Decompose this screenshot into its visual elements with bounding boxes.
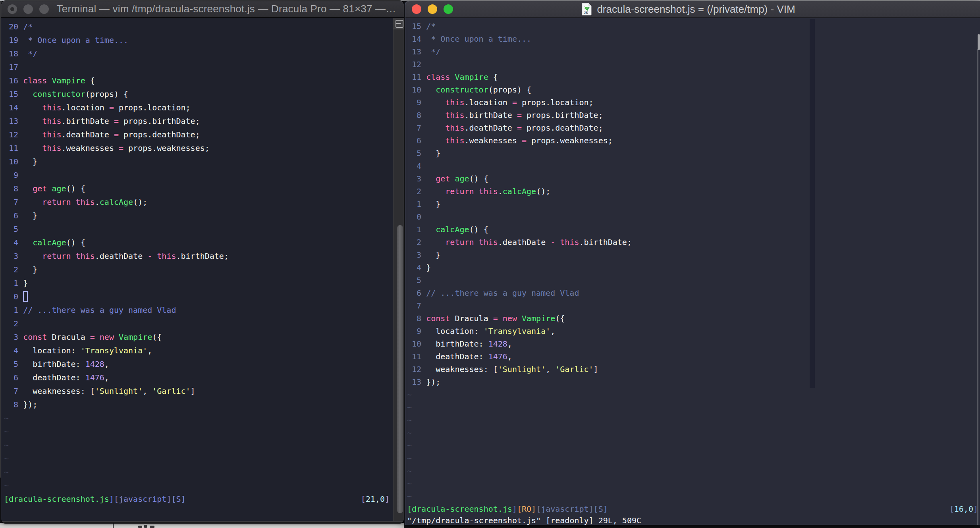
code-token: = — [522, 136, 527, 145]
code-token — [95, 332, 100, 342]
tilde-row: ~ — [4, 438, 404, 452]
code-token: calcAge — [33, 238, 66, 247]
code-token: Vampire — [52, 76, 85, 85]
code-token — [152, 251, 157, 261]
code-token — [426, 85, 436, 94]
statusline-token: ] — [512, 504, 517, 514]
code-token — [47, 76, 52, 85]
window-title: JS dracula-screenshot.js = (/private/tmp… — [405, 1, 971, 17]
code-token — [450, 174, 455, 183]
vim-buffer-right: 15/*14 * Once upon a time...13 */1211cla… — [405, 18, 980, 503]
code-token: (); — [536, 187, 550, 196]
code-token: = — [119, 143, 123, 153]
code-token — [23, 184, 33, 193]
split-pane-button[interactable] — [393, 18, 404, 29]
code-token: { — [85, 76, 95, 85]
macvim-titlebar[interactable]: JS dracula-screenshot.js = (/private/tmp… — [405, 1, 980, 18]
code-token — [23, 89, 33, 99]
code-token: Dracula — [47, 332, 90, 342]
line-number: 10 — [4, 155, 18, 168]
code-token: .birthDate — [61, 116, 114, 126]
code-token: , — [507, 352, 512, 361]
code-token: props.location; — [114, 103, 191, 112]
close-button[interactable] — [8, 4, 17, 14]
code-token — [23, 238, 33, 247]
code-token: = — [114, 130, 119, 139]
code-token: this — [42, 103, 61, 112]
code-token — [555, 237, 560, 247]
code-line: 13}); — [407, 376, 980, 388]
code-line: 9 this.location = props.location; — [407, 96, 980, 109]
code-line: 2 — [4, 317, 404, 330]
minimize-button[interactable] — [23, 4, 33, 14]
terminal-titlebar[interactable]: Terminal — vim /tmp/dracula-screenshot.j… — [1, 1, 404, 18]
scrollbar-track-edge — [977, 49, 978, 525]
code-token: // ...there was a guy named Vlad — [23, 305, 176, 315]
code-token: () { — [66, 238, 85, 247]
code-token: .deathDate — [498, 237, 550, 247]
line-number: 20 — [4, 20, 18, 33]
code-token — [71, 197, 76, 207]
code-line: 13 this.birthDate = props.birthDate; — [4, 114, 404, 128]
code-line: 9 location: 'Transylvania', — [407, 325, 980, 337]
code-token: birthDate: — [426, 339, 488, 349]
code-token: = — [493, 314, 498, 323]
line-number: 11 — [407, 71, 421, 83]
scrollbar-thumb-sliver[interactable] — [978, 34, 980, 50]
code-token: ({ — [555, 314, 565, 323]
code-token — [426, 225, 436, 234]
code-line: 5 birthDate: 1428, — [4, 357, 404, 371]
tilde: ~ — [407, 453, 412, 463]
tilde: ~ — [4, 440, 9, 450]
code-token: , — [147, 346, 152, 355]
line-number: 12 — [407, 363, 421, 376]
line-number: 18 — [4, 47, 18, 60]
code-line: 17 — [4, 60, 404, 74]
code-token — [517, 314, 522, 323]
zoom-button[interactable] — [39, 4, 49, 14]
line-number: 13 — [407, 45, 421, 58]
code-line: 0 — [4, 290, 404, 303]
background-window-strip — [0, 523, 404, 528]
line-number: 11 — [4, 141, 18, 155]
tilde-row: ~ — [4, 479, 404, 492]
code-token: props.birthDate; — [522, 110, 603, 120]
tilde-row: ~ — [4, 425, 404, 438]
window-title-text: Terminal — vim /tmp/dracula-screenshot.j… — [57, 3, 396, 15]
code-token: const — [23, 332, 47, 342]
code-token: calcAge — [503, 187, 536, 196]
code-token: 1428 — [85, 359, 104, 369]
code-token: props.location; — [517, 98, 594, 107]
line-number: 6 — [4, 209, 18, 222]
line-number: 7 — [407, 299, 421, 312]
code-line: 15/* — [407, 20, 980, 33]
ruler-token: [ — [361, 494, 366, 504]
line-number: 10 — [407, 337, 421, 350]
line-number: 8 — [4, 398, 18, 411]
code-token — [23, 143, 42, 153]
tilde-row: ~ — [407, 464, 980, 477]
code-token: }); — [426, 377, 440, 387]
code-token: 'Sunlight' — [95, 386, 143, 396]
code-line: 2 } — [4, 263, 404, 276]
code-token: () { — [469, 225, 488, 234]
code-line: 12 weaknesses: ['Sunlight', 'Garlic'] — [407, 363, 980, 376]
background-glyph-fragment — [144, 525, 147, 528]
code-token: calcAge — [100, 197, 133, 207]
split-pane-icon — [395, 20, 403, 28]
code-token — [426, 123, 445, 133]
code-line: 11 this.weaknesses = props.weaknesses; — [4, 141, 404, 155]
code-token — [71, 251, 76, 261]
code-token: ({ — [152, 332, 162, 342]
terminal-scrollbar-thumb[interactable] — [397, 225, 403, 513]
statusline-token: [javascript][S] — [536, 504, 608, 514]
statusline-token: [dracula-screenshot.js — [407, 504, 512, 514]
tilde-row: ~ — [407, 439, 980, 452]
macvim-window: 15/*14 * Once upon a time...13 */1211cla… — [405, 1, 980, 525]
code-token: Vampire — [455, 72, 488, 82]
tilde-row: ~ — [407, 426, 980, 439]
code-token: (props) { — [488, 85, 531, 94]
code-token: class — [23, 76, 47, 85]
tilde-row: ~ — [407, 490, 980, 503]
code-line: 0 — [407, 210, 980, 223]
